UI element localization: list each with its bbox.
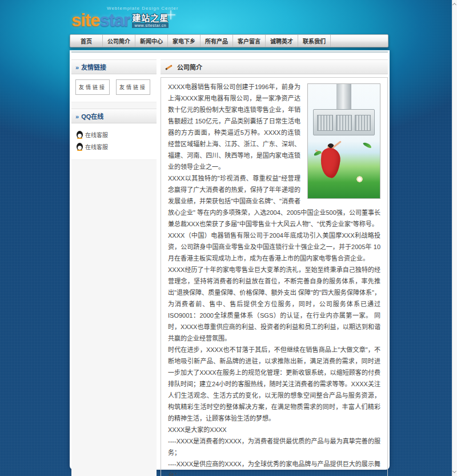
nav-filler xyxy=(331,35,388,47)
qq-service-link[interactable]: 在线客服 xyxy=(75,129,153,141)
main-article: 公司简介 xyxy=(161,59,388,476)
nav-item-news[interactable]: 新闻中心 xyxy=(135,35,168,47)
vertical-scrollbar[interactable] xyxy=(452,0,457,476)
qq-online-header: »QQ在线 xyxy=(71,109,157,123)
qq-service-link[interactable]: 在线客服 xyxy=(75,141,153,153)
double-chevron-icon: » xyxy=(75,64,79,71)
qq-online-section: »QQ在线 在线客服 在线客服 xyxy=(71,109,157,160)
scroll-up-icon[interactable] xyxy=(452,3,456,7)
site-logo[interactable]: Webtemplate Design Center site star 建站之星… xyxy=(71,6,220,29)
nav-item-home[interactable]: 首页 xyxy=(70,35,103,47)
dancer-graphic xyxy=(319,147,342,179)
article-image xyxy=(307,83,380,199)
double-chevron-icon: » xyxy=(75,113,79,120)
qq-penguin-icon xyxy=(77,143,83,150)
article-paragraph: XXXX（中国）电器销售有限公司于2004年底成功引入美国摩XXX利战略投资，公… xyxy=(168,230,380,264)
article-paragraph: 时代在进步，XXXX也不甘落于其后，不但继续在销售商品上"大做文章"，不断地吸引… xyxy=(168,344,380,424)
article-paragraph: ----XXXX是供应商的XXXX，为全球优秀的家电品牌与产品提供巨大的展示舞台… xyxy=(168,458,380,476)
vine-graphic xyxy=(246,52,246,53)
friend-links-section: »友情链接 友情链接 友情链接 xyxy=(71,59,157,102)
sidebar: »友情链接 友情链接 友情链接 »QQ在线 xyxy=(71,59,157,476)
flower-graphic xyxy=(356,176,363,182)
logo-brand-chinese: 建站之星 xyxy=(132,14,169,22)
article-header: 公司简介 xyxy=(161,59,388,74)
scroll-down-icon[interactable] xyxy=(452,469,456,473)
friend-link[interactable]: 友情链接 xyxy=(116,79,150,95)
qq-online-title: QQ在线 xyxy=(81,113,103,120)
hero-banner[interactable]: 06冷风扇 精工技艺，劲风●静音●持久 xyxy=(71,51,388,53)
nav-item-guestbook[interactable]: 客户留言 xyxy=(233,35,266,47)
vine-graphic xyxy=(241,52,242,53)
friend-links-header: »友情链接 xyxy=(71,59,157,74)
sparkle-icon xyxy=(166,10,175,19)
content-container: 06冷风扇 精工技艺，劲风●静音●持久 »友情链接 友情链接 友情链接 xyxy=(70,50,390,470)
article-body: XXXX电器销售有限公司创建于1996年，前身为上海XXXX家用电器有限公司，是… xyxy=(161,77,388,476)
range-hood-chimney-graphic xyxy=(336,84,351,110)
range-hood-grille-graphic xyxy=(317,115,371,131)
logo-brand-star: star xyxy=(99,11,130,29)
logo-brand-site: site xyxy=(71,11,99,29)
qq-service-label: 在线客服 xyxy=(85,142,108,151)
nav-item-products[interactable]: 所有产品 xyxy=(201,35,233,47)
nav-item-jobs[interactable]: 诚聘英才 xyxy=(266,35,298,47)
friend-link[interactable]: 友情链接 xyxy=(75,79,110,95)
nav-item-appliance-countryside[interactable]: 家电下乡 xyxy=(168,35,201,47)
qq-penguin-icon xyxy=(77,131,83,138)
article-paragraph: XXXX是大家的XXXX xyxy=(168,424,380,435)
leaf-graphic xyxy=(363,141,372,149)
qq-service-label: 在线客服 xyxy=(85,130,108,139)
article-paragraph: ----XXXX是消费者的XXXX，为消费者提供最优质的产品与最为真挚完善的服务… xyxy=(168,435,380,458)
nav-item-about[interactable]: 公司简介 xyxy=(103,35,135,47)
page: Webtemplate Design Center site star 建站之星… xyxy=(0,0,457,476)
nav-item-contact[interactable]: 联系我们 xyxy=(298,35,331,47)
article-paragraph: XXXX经历了十年的家电零售业巨大变革的洗礼，至始至终秉承自己独特的经营理念，坚… xyxy=(168,264,380,344)
leaf-graphic xyxy=(313,150,322,156)
article-title: 公司简介 xyxy=(177,62,202,71)
friend-links-title: 友情链接 xyxy=(81,64,106,71)
pencil-icon xyxy=(165,63,174,71)
logo-url: www.sitestar.cn xyxy=(132,23,169,28)
main-nav: 首页 公司简介 新闻中心 家电下乡 所有产品 客户留言 诚聘英才 联系我们 xyxy=(70,34,388,47)
